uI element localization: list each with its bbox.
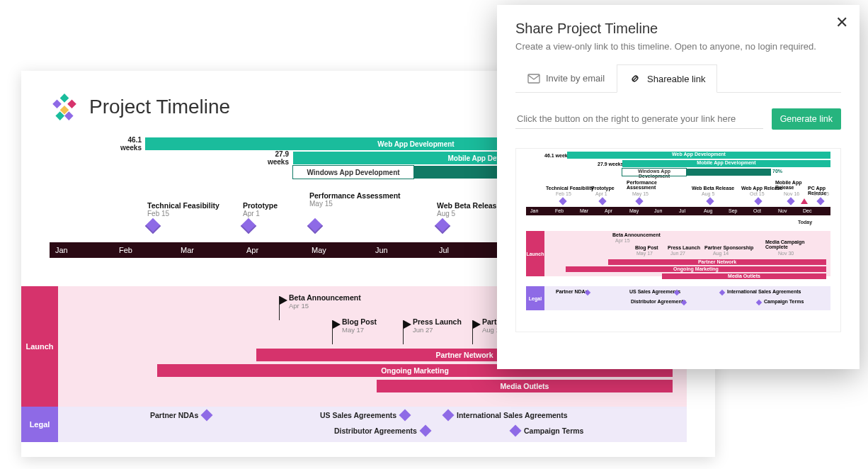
- preview-milestone: Web Beta Release: [692, 186, 734, 191]
- preview-month: Sep: [729, 208, 737, 213]
- share-title: Share Project Timeline: [515, 21, 841, 37]
- month-label: May: [312, 246, 326, 254]
- tab-shareable-link[interactable]: Shareable link: [617, 64, 717, 93]
- preview-task: Web App Development: [567, 152, 830, 159]
- flag-icon: [333, 320, 341, 329]
- preview-bar: Media Outlets: [662, 273, 826, 279]
- share-tabs: Invite by email Shareable link: [515, 64, 841, 93]
- duration-label: 27.9 weeks: [253, 150, 289, 166]
- preview-milestone: Mobile App Release: [775, 180, 811, 190]
- diamond-icon: [419, 425, 431, 437]
- share-subtitle: Create a view-only link to this timeline…: [515, 41, 841, 52]
- lane-label-legal: Legal: [21, 407, 58, 442]
- preview-date: May 15: [632, 191, 649, 196]
- share-link-input[interactable]: [515, 109, 763, 129]
- preview-lane-launch: Launch: [526, 231, 544, 276]
- milestone-label: Technical Feasibility: [147, 201, 219, 210]
- preview-month: Nov: [778, 208, 787, 213]
- preview-month: Oct: [753, 208, 761, 213]
- tab-label: Invite by email: [546, 73, 605, 84]
- diamond-icon: [145, 218, 161, 234]
- diamond-icon: [442, 409, 455, 422]
- preview-task: Windows App Development: [622, 169, 686, 176]
- preview-bar: Partner Network: [608, 259, 826, 265]
- preview-flag: Beta Announcement: [612, 232, 661, 237]
- preview-date: Dec 15: [813, 191, 829, 196]
- preview-date: Oct 15: [750, 191, 765, 196]
- legal-item-us[interactable]: US Sales Agreements: [320, 411, 409, 419]
- tab-invite-email[interactable]: Invite by email: [515, 64, 617, 92]
- month-label: Apr: [246, 246, 258, 254]
- preview-milestone: Prototype: [591, 186, 615, 191]
- preview-bar: Ongoing Marketing: [566, 266, 826, 272]
- milestone-prototype[interactable]: Prototype Apr 1: [243, 201, 278, 232]
- flag-date: Jun 27: [413, 326, 462, 334]
- preview-date: Feb 15: [556, 191, 571, 196]
- milestone-feasibility[interactable]: Technical Feasibility Feb 15: [147, 201, 219, 232]
- milestone-label: Performance Assessment: [309, 191, 401, 200]
- preview-date: Nov 30: [778, 251, 794, 256]
- preview-legal-item: US Sales Agreements: [629, 289, 680, 294]
- preview-month: Feb: [555, 208, 564, 213]
- milestone-label: Web Beta Release: [437, 201, 501, 210]
- email-icon: [527, 74, 540, 84]
- flag-icon: [473, 320, 481, 329]
- legal-item-distributor[interactable]: Distributor Agreements: [334, 426, 430, 435]
- preview-duration: 27.9 weeks: [598, 162, 624, 166]
- preview-date: May 17: [636, 251, 653, 256]
- milestone-date: May 15: [309, 200, 401, 208]
- task-bar-windows[interactable]: Windows App Development: [293, 166, 413, 179]
- preview-flag: Partner Sponsorship: [704, 245, 753, 250]
- preview-date: Apr 15: [615, 238, 630, 243]
- flag-date: May 17: [342, 326, 377, 334]
- preview-month: Mar: [580, 208, 588, 213]
- bar-media-outlets[interactable]: Media Outlets: [377, 380, 673, 392]
- diamond-icon: [510, 425, 522, 437]
- milestone-beta[interactable]: Web Beta Release Aug 5: [437, 201, 501, 232]
- preview-task: Mobile App Development: [622, 160, 830, 167]
- legal-label: Partner NDAs: [150, 411, 198, 419]
- diamond-icon: [307, 218, 324, 234]
- preview-date: Nov 16: [784, 191, 799, 196]
- legal-item-nda[interactable]: Partner NDAs: [150, 411, 211, 419]
- today-marker-icon: [801, 198, 808, 204]
- preview-milestone: Technical Feasibility: [546, 186, 594, 191]
- lane-label-launch: Launch: [21, 286, 58, 407]
- flag-icon: [404, 320, 411, 329]
- diamond-icon: [399, 409, 411, 422]
- preview-legal-item: Campaign Terms: [764, 299, 804, 304]
- close-icon[interactable]: ✕: [834, 15, 850, 30]
- diamond-icon: [435, 218, 451, 234]
- diamond-icon: [201, 409, 213, 422]
- preview-month: May: [629, 208, 639, 213]
- svg-marker-0: [60, 94, 69, 103]
- preview-flag: Press Launch: [668, 245, 700, 250]
- legal-label: Campaign Terms: [524, 426, 583, 435]
- diamond-icon: [754, 197, 762, 205]
- preview-month: Apr: [605, 208, 612, 213]
- legal-item-intl[interactable]: International Sales Agreements: [444, 411, 568, 419]
- preview-percent: 70%: [772, 169, 782, 174]
- legal-item-campaign[interactable]: Campaign Terms: [511, 426, 583, 435]
- flag-label: Blog Post: [342, 317, 377, 326]
- diamond-icon: [706, 197, 714, 205]
- generate-link-button[interactable]: Generate link: [772, 108, 841, 130]
- milestone-date: Feb 15: [147, 210, 219, 217]
- duration-label: 46.1 weeks: [106, 136, 142, 152]
- preview-flag: Blog Post: [635, 245, 658, 250]
- link-icon: [629, 72, 641, 85]
- preview-date: Aug 5: [702, 191, 714, 196]
- diamond-icon: [559, 197, 566, 205]
- milestone-label: Prototype: [243, 201, 278, 210]
- preview-month: Dec: [803, 208, 811, 213]
- diamond-icon: [816, 197, 824, 205]
- preview-month: Jun: [654, 208, 662, 213]
- diamond-icon: [598, 197, 606, 205]
- milestone-performance[interactable]: Performance Assessment May 15: [309, 191, 401, 232]
- preview-today: Today: [798, 220, 812, 225]
- timeline-preview: 46.1 weeks Web App Development 27.9 week…: [515, 148, 841, 332]
- svg-marker-1: [52, 100, 62, 109]
- svg-rect-6: [528, 74, 539, 83]
- flag-icon: [280, 296, 287, 305]
- preview-month: Jan: [530, 208, 538, 213]
